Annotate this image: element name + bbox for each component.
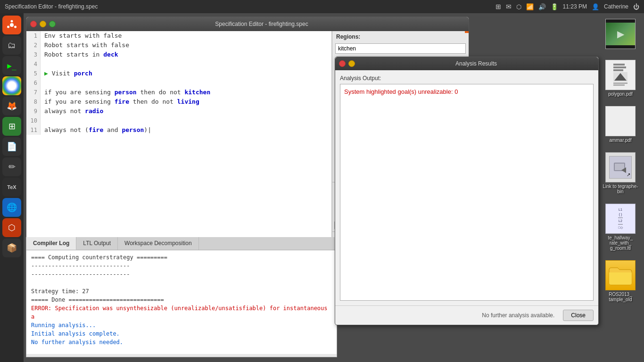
bluetooth-icon[interactable]: ⬡ [516,3,521,10]
dialog-close-button[interactable]: Close [563,310,594,321]
code-line-1: 1 Env starts with false [26,31,331,41]
close-button[interactable] [30,21,37,27]
code-line-2: 2 Robot starts with false [26,41,331,50]
user-icon[interactable]: 👤 [592,3,599,10]
dialog-footer: No further analysis available. Close [335,305,598,325]
code-line-8: 8 if you are sensing fire then do not li… [26,97,331,107]
dock-docs-button[interactable]: 📄 [2,137,21,156]
dock-chrome-button[interactable] [2,76,21,95]
code-line-7: 7 if you are sensing person then do not … [26,88,331,97]
wifi-icon[interactable]: 📶 [526,3,534,10]
svg-point-1 [10,23,14,27]
dock-ubuntu-button[interactable] [2,16,21,34]
dock-ltlmop-button[interactable]: ⬡ [2,218,21,237]
system-bar-title: Specification Editor - firefighting.spec [5,3,98,10]
dock-browser-button[interactable]: 🦊 [2,97,21,115]
code-editor[interactable]: 1 Env starts with false 2 Robot starts w… [26,31,332,254]
dialog-minimize-btn[interactable] [348,60,355,67]
log-line-5: Strategy time: 27 [31,287,332,296]
desktop: Specification Editor - firefighting.spec… [0,0,644,362]
log-line-8: Running analysis... [31,321,332,329]
tab-workspace-decomposition[interactable]: Workspace Decomposition [118,237,199,250]
desktop-icons: ▶ polygon.pdf [602,19,639,302]
log-line-10: No further analysis needed. [31,338,332,346]
log-line-1: ==== Computing counterstrategy ========= [31,253,332,262]
dialog-body: Analysis Output: System highlighted goal… [335,70,598,305]
log-line-3: ----------------------------- [31,270,332,279]
clock: 11:23 PM [563,3,587,10]
dock-tex-button[interactable]: TeX [2,178,21,197]
email-icon[interactable]: ✉ [506,3,512,10]
log-line-2: ----------------------------- [31,262,332,270]
svg-rect-7 [615,164,624,170]
desktop-file-folder[interactable]: ROS2013_tample_old [602,260,639,302]
user-name: Catherine [604,3,628,10]
minimize-button[interactable] [40,21,46,27]
dialog-output-box: System highlighted goal(s) unrealizable:… [340,84,594,301]
power-icon[interactable]: ⏻ [633,3,639,10]
regions-label: Regions: [332,31,469,42]
dock-terminal-button[interactable]: ▶_ [2,56,21,75]
maximize-button[interactable] [49,21,56,27]
code-line-9: 9 always not radio [26,107,331,116]
bottom-tabs-panel: Compiler Log LTL Output Workspace Decomp… [26,237,337,357]
ltl-filename: te_hallway_rate_with_g_room.ltl [608,235,633,251]
code-line-3: 3 Robot starts in deck [26,50,331,59]
tab-ltl-output[interactable]: LTL Output [76,237,118,250]
desktop-file-grammar-pdf[interactable]: ammar.pdf [602,106,639,143]
dialog-title: Analysis Results [358,60,594,67]
tab-bar: Compiler Log LTL Output Workspace Decomp… [26,237,337,250]
system-bar-right: ⊞ ✉ ⬡ 📶 🔊 🔋 11:23 PM 👤 Catherine ⏻ [495,3,639,10]
system-bar-left: Specification Editor - firefighting.spec [5,3,98,10]
tab-compiler-log[interactable]: Compiler Log [26,237,76,250]
code-line-6: 6 [26,78,331,88]
regions-search-input[interactable] [335,43,466,54]
battery-icon[interactable]: 🔋 [551,3,558,10]
dock-spreadsheet-button[interactable]: ⊞ [2,117,21,136]
dialog-footer-text: No further analysis available. [340,312,559,319]
desktop-file-link[interactable]: ↗ Link to tegraphe-bin [602,152,639,194]
svg-point-4 [7,26,9,28]
editor-title: Specification Editor - firefighting.spec [58,21,465,27]
volume-icon[interactable]: 🔊 [538,3,546,10]
code-line-4: 4 [26,59,331,69]
folder-filename: ROS2013_tample_old [609,292,632,302]
compiler-log-content: ==== Computing counterstrategy =========… [26,250,337,354]
dock-edit-button[interactable]: ✏ [2,157,21,176]
polygon-pdf-filename: polygon.pdf [608,91,633,97]
svg-marker-5 [614,73,627,81]
log-line-4 [31,279,332,287]
link-filename: Link to tegraphe-bin [602,184,639,194]
dock-globe-button[interactable]: 🌐 [2,198,21,217]
dialog-output-label: Analysis Output: [340,75,594,82]
dock: 🗂 ▶_ 🦊 ⊞ 📄 ✏ TeX 🌐 ⬡ 📦 [0,13,24,362]
grammar-pdf-filename: ammar.pdf [609,138,631,143]
desktop-file-video[interactable]: ▶ [602,19,639,50]
dialog-titlebar: Analysis Results [335,57,598,70]
code-line-10: 10 [26,116,331,125]
log-line-7: ERROR: Specification was unsynthesizable… [31,304,332,321]
desktop-file-ltl[interactable]: L1 { } L2 □◇ te_hallway_rate_with_g_room… [602,204,639,251]
dialog-output-text: System highlighted goal(s) unrealizable:… [344,88,458,95]
svg-point-2 [11,20,13,23]
editor-titlebar: Specification Editor - firefighting.spec [26,17,469,31]
code-line-11: 11 always not (fire and person)| [26,125,331,135]
system-bar: Specification Editor - firefighting.spec… [0,0,644,13]
dock-extra-button[interactable]: 📦 [2,239,21,257]
svg-point-3 [14,26,17,28]
analysis-dialog: Analysis Results Analysis Output: System… [335,57,599,325]
log-line-6: ===== Done ============================ [31,296,332,304]
log-line-9: Initial analysis complete. [31,329,332,338]
window-switcher-icon[interactable]: ⊞ [495,3,501,10]
desktop-file-polygon-pdf[interactable]: polygon.pdf [602,60,639,97]
dock-files-button[interactable]: 🗂 [2,36,21,55]
dialog-close-btn[interactable] [339,60,346,67]
code-line-5: 5 ▶ Visit porch [26,69,331,78]
